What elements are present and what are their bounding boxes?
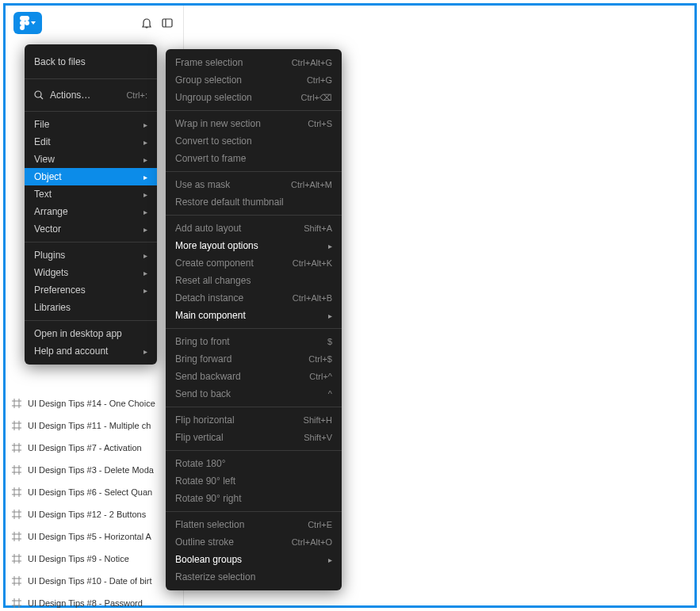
menu-item-text[interactable]: Text▸ — [25, 185, 157, 203]
layer-label: UI Design Tips #5 - Horizontal A — [28, 532, 151, 541]
menu-item-open-in-desktop-app[interactable]: Open in desktop app — [25, 325, 157, 342]
menu-shortcut: Ctrl+^ — [309, 372, 332, 381]
submenu-item[interactable]: Restore default thumbnail — [166, 193, 342, 211]
menu-label: Rasterize selection — [175, 571, 255, 582]
menu-item-arrange[interactable]: Arrange▸ — [25, 203, 157, 220]
menu-separator — [166, 215, 342, 216]
menu-item-vector[interactable]: Vector▸ — [25, 220, 157, 238]
menu-back-to-files[interactable]: Back to files — [25, 49, 157, 74]
menu-item-libraries[interactable]: Libraries — [25, 299, 157, 316]
menu-shortcut: Ctrl+: — [126, 90, 147, 100]
submenu-item[interactable]: Convert to section — [166, 132, 342, 150]
panel-toggle-icon[interactable] — [159, 15, 175, 31]
menu-label: Ungroup selection — [175, 92, 252, 103]
object-submenu: Frame selectionCtrl+Alt+GGroup selection… — [166, 49, 342, 590]
menu-actions-search[interactable]: Actions… Ctrl+: — [25, 83, 157, 107]
chevron-down-icon — [31, 21, 36, 25]
submenu-item[interactable]: Create componentCtrl+Alt+K — [166, 254, 342, 272]
menu-label: Outline stroke — [175, 537, 234, 548]
menu-shortcut: Ctrl+G — [307, 75, 332, 85]
chevron-right-icon: ▸ — [143, 269, 147, 277]
layer-row[interactable]: UI Design Tips #9 - Notice — [6, 548, 183, 570]
frame-icon — [12, 598, 21, 608]
menu-label: Plugins — [34, 250, 65, 261]
layer-row[interactable]: UI Design Tips #8 - Password — [6, 592, 183, 611]
submenu-item[interactable]: Bring forwardCtrl+$ — [166, 350, 342, 368]
menu-separator — [25, 320, 157, 321]
main-menu: Back to files Actions… Ctrl+: File▸Edit▸… — [25, 44, 157, 365]
chevron-right-icon: ▸ — [143, 138, 147, 147]
submenu-item[interactable]: Ungroup selectionCtrl+⌫ — [166, 89, 342, 106]
layer-row[interactable]: UI Design Tips #5 - Horizontal A — [6, 525, 183, 548]
menu-label: Use as mask — [175, 179, 230, 190]
chevron-right-icon: ▸ — [328, 242, 332, 250]
submenu-item[interactable]: Send backwardCtrl+^ — [166, 368, 342, 385]
menu-label: Text — [34, 189, 52, 200]
submenu-item[interactable]: Send to back^ — [166, 385, 342, 403]
submenu-item[interactable]: Bring to front$ — [166, 333, 342, 350]
menu-label: Add auto layout — [175, 223, 241, 234]
layer-row[interactable]: UI Design Tips #11 - Multiple ch — [6, 414, 183, 437]
frame-icon — [12, 421, 21, 430]
submenu-item[interactable]: Flatten selectionCtrl+E — [166, 516, 342, 533]
menu-label: Create component — [175, 258, 254, 269]
submenu-item[interactable]: Frame selectionCtrl+Alt+G — [166, 54, 342, 71]
submenu-item[interactable]: Add auto layoutShift+A — [166, 220, 342, 237]
svg-point-0 — [25, 21, 29, 25]
submenu-item[interactable]: Use as maskCtrl+Alt+M — [166, 176, 342, 193]
submenu-item[interactable]: Wrap in new sectionCtrl+S — [166, 115, 342, 132]
submenu-item[interactable]: Detach instanceCtrl+Alt+B — [166, 289, 342, 307]
menu-label: Convert to frame — [175, 153, 246, 164]
submenu-item[interactable]: Flip horizontalShift+H — [166, 411, 342, 429]
menu-shortcut: Ctrl+Alt+O — [292, 537, 332, 547]
menu-separator — [166, 407, 342, 407]
menu-separator — [166, 450, 342, 451]
menu-label: More layout options — [175, 240, 258, 251]
chevron-right-icon: ▸ — [143, 120, 147, 129]
menu-label: Flip vertical — [175, 432, 224, 443]
submenu-item[interactable]: Rotate 90° right — [166, 490, 342, 507]
submenu-item[interactable]: Boolean groups▸ — [166, 551, 342, 568]
layer-row[interactable]: UI Design Tips #10 - Date of birt — [6, 570, 183, 592]
menu-label: Libraries — [34, 302, 71, 313]
submenu-item[interactable]: More layout options▸ — [166, 237, 342, 254]
chevron-right-icon: ▸ — [328, 311, 332, 320]
menu-item-file[interactable]: File▸ — [25, 116, 157, 133]
menu-item-widgets[interactable]: Widgets▸ — [25, 264, 157, 281]
main-menu-button[interactable] — [13, 12, 42, 34]
menu-label: Open in desktop app — [34, 328, 122, 339]
layer-row[interactable]: UI Design Tips #3 - Delete Moda — [6, 459, 183, 481]
menu-item-view[interactable]: View▸ — [25, 151, 157, 168]
submenu-item[interactable]: Outline strokeCtrl+Alt+O — [166, 533, 342, 551]
layer-row[interactable]: UI Design Tips #7 - Activation — [6, 437, 183, 459]
submenu-item[interactable]: Rotate 90° left — [166, 472, 342, 490]
layer-label: UI Design Tips #6 - Select Quan — [28, 487, 152, 497]
chevron-right-icon: ▸ — [143, 347, 147, 356]
menu-item-preferences[interactable]: Preferences▸ — [25, 281, 157, 299]
menu-item-edit[interactable]: Edit▸ — [25, 133, 157, 151]
frame-icon — [12, 532, 21, 541]
notifications-icon[interactable] — [139, 15, 155, 31]
layer-label: UI Design Tips #3 - Delete Moda — [28, 465, 154, 475]
layer-row[interactable]: UI Design Tips #6 - Select Quan — [6, 481, 183, 503]
frame-icon — [12, 465, 21, 475]
layer-row[interactable]: UI Design Tips #14 - One Choice — [6, 392, 183, 414]
submenu-item[interactable]: Main component▸ — [166, 307, 342, 324]
menu-shortcut: Shift+V — [304, 433, 332, 442]
menu-label: Wrap in new section — [175, 118, 261, 129]
submenu-item[interactable]: Group selectionCtrl+G — [166, 71, 342, 89]
layer-row[interactable]: UI Design Tips #12 - 2 Buttons — [6, 503, 183, 525]
frame-icon — [12, 554, 21, 563]
menu-item-help-and-account[interactable]: Help and account▸ — [25, 342, 157, 360]
submenu-item[interactable]: Rasterize selection — [166, 568, 342, 586]
toolbar — [6, 6, 183, 40]
menu-label: Convert to section — [175, 136, 252, 147]
menu-item-object[interactable]: Object▸ — [25, 168, 157, 185]
submenu-item[interactable]: Rotate 180° — [166, 455, 342, 472]
menu-label: Restore default thumbnail — [175, 197, 284, 208]
menu-item-plugins[interactable]: Plugins▸ — [25, 246, 157, 264]
submenu-item[interactable]: Reset all changes — [166, 272, 342, 289]
chevron-right-icon: ▸ — [143, 208, 147, 216]
submenu-item[interactable]: Convert to frame — [166, 150, 342, 167]
submenu-item[interactable]: Flip verticalShift+V — [166, 429, 342, 446]
